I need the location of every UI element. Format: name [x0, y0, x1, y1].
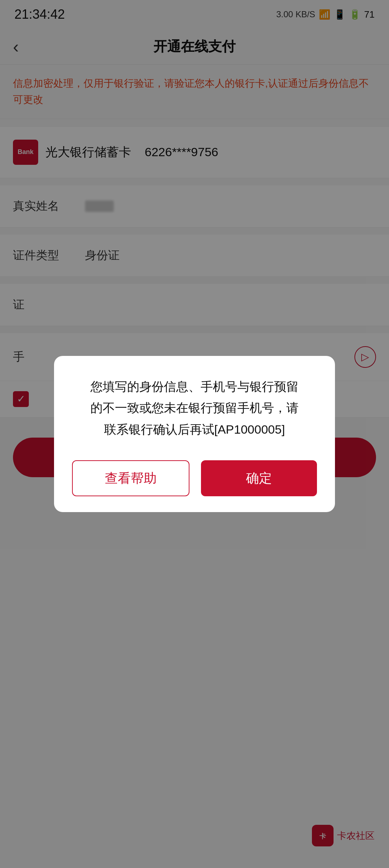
- help-button[interactable]: 查看帮助: [72, 460, 189, 496]
- error-dialog: 您填写的身份信息、手机号与银行预留 的不一致或您未在银行预留手机号，请 联系银行…: [54, 356, 335, 512]
- dialog-message: 您填写的身份信息、手机号与银行预留 的不一致或您未在银行预留手机号，请 联系银行…: [90, 376, 299, 440]
- confirm-button-label: 确定: [246, 470, 272, 487]
- confirm-button[interactable]: 确定: [201, 460, 317, 496]
- dialog-buttons: 查看帮助 确定: [72, 460, 317, 496]
- dialog-overlay: 您填写的身份信息、手机号与银行预留 的不一致或您未在银行预留手机号，请 联系银行…: [0, 0, 389, 868]
- help-button-label: 查看帮助: [105, 470, 157, 487]
